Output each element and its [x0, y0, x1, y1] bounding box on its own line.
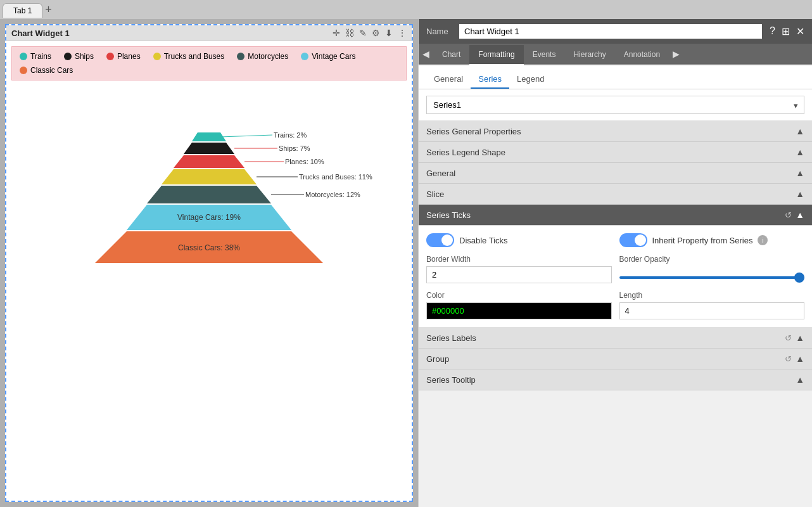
move-icon[interactable]: ✛ — [333, 28, 340, 38]
section-icons-group: ↺ ▲ — [785, 354, 804, 364]
settings-icon[interactable]: ⚙ — [372, 28, 380, 38]
disable-ticks-toggle[interactable] — [426, 233, 454, 247]
collapse-general-icon[interactable]: ▲ — [796, 126, 804, 136]
section-group: Group ↺ ▲ — [419, 349, 812, 369]
inherit-property-row: Inherit Property from Series i — [619, 233, 805, 247]
section-title-legend-shape: Series Legend Shape — [426, 148, 505, 157]
label-ships: Ships: 7% — [279, 144, 310, 152]
section-title-group: Group — [426, 354, 449, 364]
section-slice: Slice ▲ — [419, 184, 812, 205]
tab-1[interactable]: Tab 1 — [3, 3, 42, 18]
tab-chart[interactable]: Chart — [433, 45, 469, 65]
section-general: General ▲ — [419, 163, 812, 184]
vintage-cars-dot — [301, 53, 308, 60]
inherit-property-knob — [635, 234, 646, 246]
border-opacity-slider[interactable] — [619, 276, 805, 279]
right-panel: Name ? ⊞ ✕ ◀ Chart Formatting Events Hie… — [418, 19, 812, 507]
download-icon[interactable]: ⬇ — [385, 28, 393, 38]
tab-events[interactable]: Events — [524, 45, 565, 65]
name-input[interactable] — [459, 24, 762, 39]
color-col: Color — [426, 291, 612, 319]
pyramid-chart: Classic Cars: 38% Vintage Cars: 19% Moto… — [13, 92, 405, 269]
planes-dot — [106, 53, 114, 60]
slice-ships[interactable] — [184, 143, 234, 154]
section-header-slice[interactable]: Slice ▲ — [419, 184, 812, 205]
border-opacity-label: Border Opacity — [619, 255, 805, 264]
edit-icon[interactable]: ✎ — [359, 28, 367, 38]
reset-group-icon[interactable]: ↺ — [785, 354, 792, 364]
close-icon[interactable]: ✕ — [796, 25, 804, 37]
slice-planes[interactable] — [174, 155, 244, 168]
info-icon[interactable]: i — [758, 235, 768, 245]
disable-ticks-col: Disable Ticks — [426, 233, 612, 247]
tab-hierarchy[interactable]: Hierarchy — [564, 45, 614, 65]
detach-icon[interactable]: ⊞ — [782, 25, 790, 37]
panel-body: Series General Properties ▲ Series Legen… — [419, 121, 812, 507]
section-title-slice: Slice — [426, 189, 444, 199]
tab-next-button[interactable]: ▶ — [669, 44, 683, 64]
tab-prev-button[interactable]: ◀ — [419, 44, 433, 64]
section-icons-ticks: ↺ ▲ — [785, 210, 804, 220]
section-header-general[interactable]: Series General Properties ▲ — [419, 121, 812, 142]
label-classic-cars: Classic Cars: 38% — [178, 243, 240, 252]
section-header-series-tooltip[interactable]: Series Tooltip ▲ — [419, 369, 812, 390]
sub-tab-series[interactable]: Series — [471, 70, 509, 89]
section-header-legend-shape[interactable]: Series Legend Shape ▲ — [419, 142, 812, 163]
section-icons-general: ▲ — [796, 126, 804, 136]
trucks-dot — [153, 53, 161, 60]
section-title-gen: General — [426, 169, 455, 178]
more-icon[interactable]: ⋮ — [398, 28, 407, 38]
series-select[interactable]: Series1 — [426, 96, 804, 114]
planes-label: Planes — [117, 52, 141, 61]
panel-header: Name ? ⊞ ✕ — [419, 19, 812, 44]
legend-item-trucks: Trucks and Buses — [153, 52, 225, 61]
collapse-slice-icon[interactable]: ▲ — [796, 189, 804, 199]
border-opacity-col: Border Opacity — [619, 255, 805, 283]
widget-title: Chart Widget 1 — [11, 29, 70, 38]
section-title-ticks: Series Ticks — [426, 210, 471, 220]
reset-ticks-icon[interactable]: ↺ — [785, 210, 792, 220]
section-series-tooltip: Series Tooltip ▲ — [419, 369, 812, 390]
trucks-label: Trucks and Buses — [164, 52, 225, 61]
section-header-series-labels[interactable]: Series Labels ↺ ▲ — [419, 328, 812, 349]
slice-trucks[interactable] — [162, 169, 257, 184]
collapse-series-tooltip-icon[interactable]: ▲ — [796, 375, 804, 385]
help-icon[interactable]: ? — [770, 25, 775, 37]
tab-bar: Tab 1 + — [0, 0, 812, 19]
ships-label: Ships — [75, 52, 94, 61]
collapse-gen-icon[interactable]: ▲ — [796, 168, 804, 178]
collapse-group-icon[interactable]: ▲ — [796, 354, 804, 364]
section-title-series-tooltip: Series Tooltip — [426, 375, 476, 385]
tab-annotation[interactable]: Annotation — [615, 45, 669, 65]
section-header-ticks[interactable]: Series Ticks ↺ ▲ — [419, 205, 812, 226]
section-header-gen[interactable]: General ▲ — [419, 163, 812, 184]
vintage-cars-label: Vintage Cars — [312, 52, 355, 61]
chart-content: Trains Ships Planes Trucks and Buses — [6, 41, 412, 281]
collapse-ticks-icon[interactable]: ▲ — [796, 210, 804, 220]
section-series-labels: Series Labels ↺ ▲ — [419, 328, 812, 349]
reset-series-labels-icon[interactable]: ↺ — [785, 333, 792, 343]
link-icon[interactable]: ⛓ — [345, 28, 354, 38]
inherit-property-toggle[interactable] — [619, 233, 647, 247]
collapse-series-labels-icon[interactable]: ▲ — [796, 333, 804, 343]
tab-formatting[interactable]: Formatting — [469, 45, 523, 65]
disable-ticks-row: Disable Ticks — [426, 233, 612, 247]
add-tab-button[interactable]: + — [45, 4, 52, 15]
section-body-ticks: Disable Ticks Inherit Property from Seri… — [419, 226, 812, 328]
sub-tabs: General Series Legend — [419, 65, 812, 89]
border-width-label: Border Width — [426, 255, 612, 264]
motorcycles-dot — [237, 53, 244, 60]
length-input[interactable] — [619, 302, 805, 319]
widget-container: Chart Widget 1 ✛ ⛓ ✎ ⚙ ⬇ ⋮ Trains — [5, 24, 413, 502]
section-icons-series-tooltip: ▲ — [796, 375, 804, 385]
name-label: Name — [426, 27, 452, 36]
color-input[interactable] — [426, 302, 612, 319]
label-trucks: Trucks and Buses: 11% — [299, 173, 372, 181]
sub-tab-legend[interactable]: Legend — [509, 70, 552, 89]
sub-tab-general[interactable]: General — [426, 70, 471, 89]
border-width-input[interactable] — [426, 266, 612, 283]
slice-motorcycles[interactable] — [147, 186, 271, 203]
collapse-legend-shape-icon[interactable]: ▲ — [796, 147, 804, 157]
section-header-group[interactable]: Group ↺ ▲ — [419, 349, 812, 369]
panel-tabs: ◀ Chart Formatting Events Hierarchy Anno… — [419, 44, 812, 65]
